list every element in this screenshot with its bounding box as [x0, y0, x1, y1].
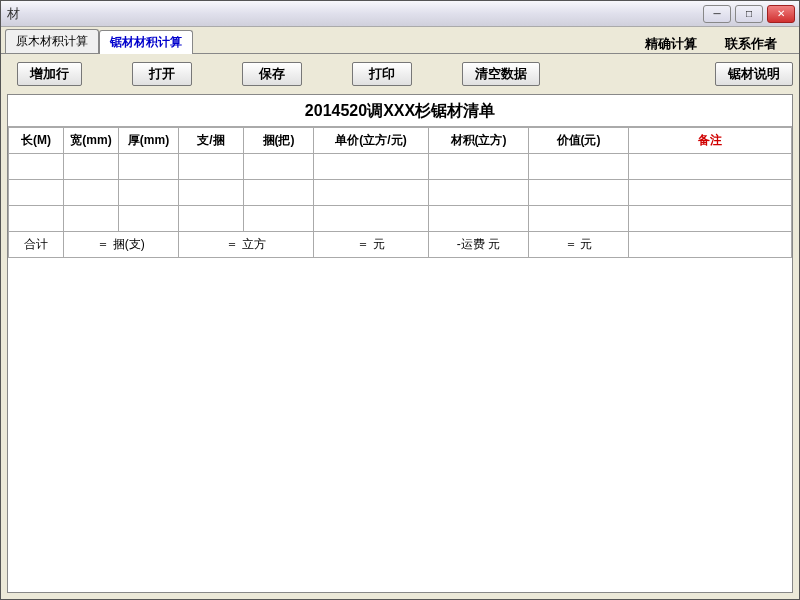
cell[interactable] — [9, 206, 64, 232]
footer-label: 合计 — [9, 232, 64, 258]
clear-data-button[interactable]: 清空数据 — [462, 62, 540, 86]
link-precise-calc[interactable]: 精确计算 — [645, 35, 697, 53]
col-bundle: 捆(把) — [244, 128, 314, 154]
footer-yuan: ＝ 元 — [314, 232, 429, 258]
sawn-desc-button[interactable]: 锯材说明 — [715, 62, 793, 86]
table-footer-row: 合计 ＝ 捆(支) ＝ 立方 ＝ 元 -运费 元 ＝ 元 — [9, 232, 792, 258]
cell[interactable] — [119, 206, 179, 232]
tabs-bar: 原木材积计算 锯材材积计算 精确计算 联系作者 — [1, 27, 799, 53]
col-volume: 材积(立方) — [429, 128, 529, 154]
cell[interactable] — [429, 154, 529, 180]
cell[interactable] — [119, 154, 179, 180]
col-value: 价值(元) — [529, 128, 629, 154]
save-button[interactable]: 保存 — [242, 62, 302, 86]
cell[interactable] — [429, 206, 529, 232]
cell[interactable] — [244, 180, 314, 206]
table-blank-area — [8, 258, 792, 578]
cell[interactable] — [529, 180, 629, 206]
toolbar: 增加行 打开 保存 打印 清空数据 锯材说明 — [7, 62, 793, 86]
col-pieces-per-bundle: 支/捆 — [179, 128, 244, 154]
col-unit-price: 单价(立方/元) — [314, 128, 429, 154]
cell[interactable] — [9, 154, 64, 180]
col-thickness: 厚(mm) — [119, 128, 179, 154]
print-button[interactable]: 打印 — [352, 62, 412, 86]
minimize-button[interactable]: ─ — [703, 5, 731, 23]
cell[interactable] — [64, 154, 119, 180]
cell[interactable] — [629, 154, 792, 180]
table-row[interactable] — [9, 180, 792, 206]
table-title: 2014520调XXX杉锯材清单 — [8, 95, 792, 127]
footer-remark — [629, 232, 792, 258]
cell[interactable] — [64, 206, 119, 232]
footer-freight: -运费 元 — [429, 232, 529, 258]
open-button[interactable]: 打开 — [132, 62, 192, 86]
content-area: 增加行 打开 保存 打印 清空数据 锯材说明 2014520调XXX杉锯材清单 … — [1, 53, 799, 599]
app-window: 材 ─ □ ✕ 原木材积计算 锯材材积计算 精确计算 联系作者 增加行 打开 保… — [0, 0, 800, 600]
maximize-button[interactable]: □ — [735, 5, 763, 23]
table-header-row: 长(M) 宽(mm) 厚(mm) 支/捆 捆(把) 单价(立方/元) 材积(立方… — [9, 128, 792, 154]
col-length: 长(M) — [9, 128, 64, 154]
cell[interactable] — [9, 180, 64, 206]
tab-log-volume[interactable]: 原木材积计算 — [5, 29, 99, 53]
table-row[interactable] — [9, 206, 792, 232]
cell[interactable] — [314, 180, 429, 206]
cell[interactable] — [314, 154, 429, 180]
cell[interactable] — [179, 154, 244, 180]
cell[interactable] — [429, 180, 529, 206]
footer-bundle: ＝ 捆(支) — [64, 232, 179, 258]
footer-volume: ＝ 立方 — [179, 232, 314, 258]
footer-total-yuan: ＝ 元 — [529, 232, 629, 258]
table-row[interactable] — [9, 154, 792, 180]
cell[interactable] — [64, 180, 119, 206]
cell[interactable] — [179, 180, 244, 206]
cell[interactable] — [529, 206, 629, 232]
tab-sawn-volume[interactable]: 锯材材积计算 — [99, 30, 193, 54]
cell[interactable] — [244, 154, 314, 180]
app-icon: 材 — [5, 6, 21, 22]
close-button[interactable]: ✕ — [767, 5, 795, 23]
cell[interactable] — [244, 206, 314, 232]
link-contact-author[interactable]: 联系作者 — [725, 35, 777, 53]
cell[interactable] — [529, 154, 629, 180]
titlebar: 材 ─ □ ✕ — [1, 1, 799, 27]
cell[interactable] — [629, 180, 792, 206]
cell[interactable] — [629, 206, 792, 232]
header-links: 精确计算 联系作者 — [645, 35, 795, 53]
cell[interactable] — [119, 180, 179, 206]
add-row-button[interactable]: 增加行 — [17, 62, 82, 86]
table-container: 2014520调XXX杉锯材清单 长(M) 宽(mm) 厚(mm) 支/捆 捆(… — [7, 94, 793, 593]
col-remark: 备注 — [629, 128, 792, 154]
window-controls: ─ □ ✕ — [703, 5, 795, 23]
data-table: 长(M) 宽(mm) 厚(mm) 支/捆 捆(把) 单价(立方/元) 材积(立方… — [8, 127, 792, 258]
cell[interactable] — [179, 206, 244, 232]
col-width: 宽(mm) — [64, 128, 119, 154]
cell[interactable] — [314, 206, 429, 232]
